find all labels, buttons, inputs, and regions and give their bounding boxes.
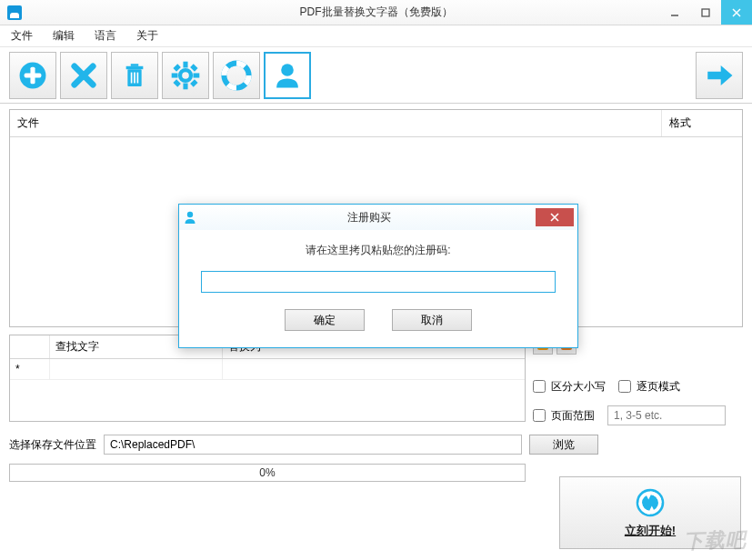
svg-point-29 (187, 212, 193, 217)
plus-circle-icon (17, 60, 48, 91)
register-button[interactable] (264, 52, 311, 99)
case-sensitive-checkbox[interactable]: 区分大小写 (533, 376, 606, 396)
menu-edit[interactable]: 编辑 (53, 28, 75, 44)
remove-button[interactable] (60, 52, 107, 99)
progress-bar: 0% (9, 464, 526, 482)
titlebar: PDF批量替换文字器（免费版） (0, 0, 752, 25)
menubar: 文件 编辑 语言 关于 (0, 25, 752, 47)
help-button[interactable] (213, 52, 260, 99)
dialog-close-button[interactable] (536, 208, 574, 226)
register-dialog: 注册购买 请在这里拷贝粘贴您的注册码: 确定 取消 (178, 204, 578, 348)
svg-rect-16 (172, 73, 178, 77)
save-path-label: 选择保存文件位置 (9, 437, 96, 453)
svg-rect-15 (183, 83, 187, 89)
page-mode-checkbox[interactable]: 逐页模式 (618, 376, 680, 396)
next-button[interactable] (696, 52, 743, 99)
browse-button[interactable]: 浏览 (529, 435, 598, 455)
replace-controls: 区分大小写 逐页模式 页面范围 (533, 335, 726, 425)
svg-rect-6 (25, 73, 42, 77)
svg-rect-20 (190, 64, 197, 71)
menu-about[interactable]: 关于 (136, 28, 158, 44)
row-replace-cell[interactable] (223, 359, 525, 379)
row-find-cell[interactable] (50, 359, 223, 379)
svg-rect-9 (131, 64, 139, 66)
dialog-title: 注册购买 (203, 210, 536, 225)
case-sensitive-label: 区分大小写 (551, 379, 606, 395)
add-button[interactable] (9, 52, 56, 99)
clear-button[interactable] (111, 52, 158, 99)
col-blank (10, 335, 50, 358)
svg-rect-8 (126, 65, 144, 68)
close-icon (550, 213, 559, 222)
row-marker: * (10, 359, 50, 379)
page-range-input[interactable] (607, 405, 726, 425)
save-path-input[interactable] (104, 435, 522, 455)
registration-code-input[interactable] (201, 271, 556, 293)
gear-icon (170, 60, 201, 91)
svg-rect-17 (194, 73, 200, 77)
svg-point-24 (281, 64, 294, 76)
user-icon (272, 60, 303, 91)
trash-icon (119, 60, 150, 91)
window-title: PDF批量替换文字器（免费版） (0, 5, 752, 20)
toolbar (0, 47, 752, 104)
ok-button[interactable]: 确定 (285, 309, 365, 331)
cancel-button[interactable]: 取消 (392, 309, 472, 331)
svg-point-22 (224, 63, 248, 87)
svg-point-13 (180, 70, 191, 81)
settings-button[interactable] (162, 52, 209, 99)
dialog-titlebar[interactable]: 注册购买 (179, 205, 577, 230)
file-list-header: 文件 格式 (10, 110, 742, 137)
svg-rect-19 (190, 79, 197, 86)
user-icon (183, 210, 197, 225)
start-button[interactable]: 立刻开始! (559, 476, 741, 549)
dialog-message: 请在这里拷贝粘贴您的注册码: (201, 243, 556, 258)
svg-rect-14 (183, 61, 187, 67)
menu-file[interactable]: 文件 (11, 28, 33, 44)
menu-language[interactable]: 语言 (95, 28, 116, 44)
start-label: 立刻开始! (625, 523, 676, 539)
page-range-checkbox[interactable]: 页面范围 (533, 405, 595, 425)
bottom-panel: 查找文字 替换为 * 区分大小写 逐页模式 页面范围 (0, 331, 752, 491)
refresh-icon (634, 486, 667, 519)
svg-rect-18 (173, 64, 180, 71)
svg-rect-21 (173, 79, 180, 86)
page-mode-label: 逐页模式 (637, 379, 680, 395)
col-format[interactable]: 格式 (662, 110, 742, 136)
col-file[interactable]: 文件 (10, 110, 662, 136)
page-range-label: 页面范围 (551, 408, 595, 424)
lifebuoy-icon (221, 60, 252, 91)
table-row[interactable]: * (10, 359, 525, 380)
arrow-right-icon (704, 60, 735, 91)
x-icon (68, 60, 99, 91)
